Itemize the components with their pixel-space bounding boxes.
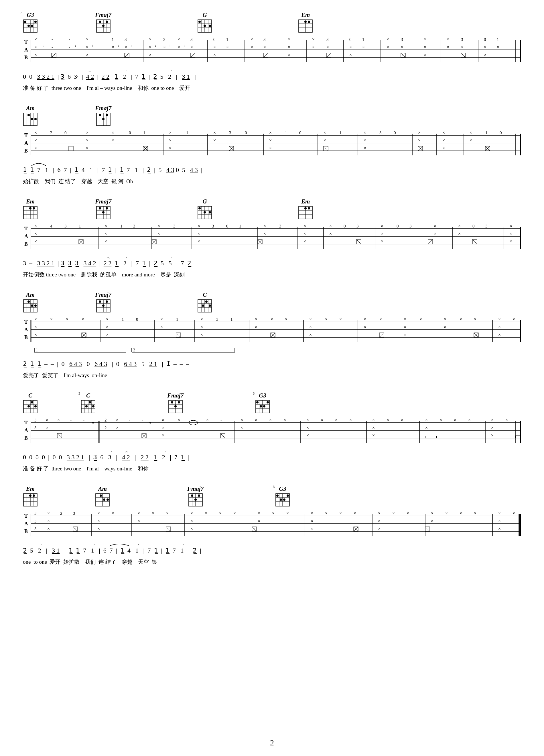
svg-point-364 bbox=[31, 304, 33, 307]
svg-text:×: × bbox=[137, 511, 140, 516]
svg-text:×: × bbox=[269, 130, 272, 135]
svg-text:×: × bbox=[454, 417, 456, 422]
svg-text:×: × bbox=[431, 518, 434, 523]
svg-text:↑: ↑ bbox=[60, 43, 62, 48]
svg-text:0: 0 bbox=[245, 130, 247, 135]
svg-text:↓: ↓ bbox=[183, 43, 185, 48]
svg-text:×: × bbox=[240, 425, 243, 430]
svg-text:3: 3 bbox=[401, 37, 403, 42]
svg-text:×: × bbox=[200, 324, 203, 329]
svg-text:×: × bbox=[104, 223, 107, 228]
svg-text:A: A bbox=[24, 327, 28, 333]
svg-text:×: × bbox=[46, 417, 48, 422]
svg-text:×: × bbox=[321, 417, 323, 422]
svg-text:×: × bbox=[404, 332, 406, 337]
svg-text:×: × bbox=[197, 231, 200, 236]
svg-text:×: × bbox=[407, 511, 409, 516]
svg-text:×: × bbox=[112, 138, 114, 143]
svg-text:×: × bbox=[349, 45, 352, 50]
svg-point-500 bbox=[256, 401, 258, 403]
svg-text:1: 1 bbox=[143, 130, 145, 135]
svg-text:3: 3 bbox=[263, 37, 266, 42]
notation-6: 2̲ 5 2· | 3 1 | 1̲ 1̲ 7 1· | 6 7 | 1̲ 4 … bbox=[23, 543, 521, 558]
svg-text:×: × bbox=[434, 223, 436, 228]
svg-text:×: × bbox=[349, 52, 352, 57]
svg-text:0: 0 bbox=[500, 130, 502, 135]
svg-point-16 bbox=[99, 21, 101, 23]
svg-text:×: × bbox=[425, 425, 428, 430]
svg-text:×: × bbox=[498, 332, 501, 337]
svg-text:×: × bbox=[387, 417, 389, 422]
svg-text:×: × bbox=[307, 425, 309, 430]
svg-text:×: × bbox=[447, 45, 449, 50]
svg-text:×: × bbox=[34, 324, 37, 329]
notation-4: 2̲ 1̲ 1̲ – – | 0 6 4 3 0 6 4 3 | 0 6 4 3… bbox=[23, 356, 521, 372]
svg-text:×: × bbox=[213, 45, 216, 50]
svg-text:×: × bbox=[86, 138, 88, 143]
svg-text:×: × bbox=[34, 138, 37, 143]
svg-text:×: × bbox=[106, 317, 108, 322]
svg-text:×: × bbox=[307, 433, 309, 438]
chord-row-1: 3 G3 Fmaj7 bbox=[23, 11, 521, 33]
svg-point-266 bbox=[198, 207, 201, 209]
svg-text:0: 0 bbox=[129, 130, 131, 135]
svg-text:×: × bbox=[263, 223, 266, 228]
page: 3 G3 Fmaj7 bbox=[0, 0, 544, 756]
svg-text:×: × bbox=[152, 511, 154, 516]
svg-text:×: × bbox=[177, 45, 180, 50]
svg-text:×: × bbox=[362, 45, 365, 50]
chord-am-3: Am bbox=[95, 485, 110, 507]
svg-text:×: × bbox=[162, 425, 164, 430]
svg-point-591 bbox=[33, 494, 35, 497]
svg-point-493 bbox=[178, 401, 180, 403]
svg-point-268 bbox=[209, 211, 211, 213]
svg-text:×: × bbox=[263, 45, 266, 50]
svg-point-524 bbox=[149, 422, 151, 423]
svg-text:×: × bbox=[163, 45, 166, 50]
svg-text:×: × bbox=[284, 417, 286, 422]
svg-text:×: × bbox=[442, 146, 445, 151]
svg-text:×: × bbox=[149, 37, 151, 42]
svg-text:0: 0 bbox=[344, 224, 346, 228]
svg-point-17 bbox=[102, 25, 104, 27]
svg-text:×: × bbox=[169, 146, 171, 151]
svg-point-250 bbox=[33, 207, 35, 209]
svg-text:×: × bbox=[444, 317, 446, 322]
svg-point-608 bbox=[194, 498, 197, 501]
chord-fmaj7-3: Fmaj7 bbox=[95, 198, 111, 219]
svg-point-365 bbox=[34, 304, 37, 307]
svg-text:×: × bbox=[309, 317, 312, 322]
svg-text:1: 1 bbox=[120, 224, 122, 228]
svg-point-259 bbox=[106, 207, 108, 209]
svg-text:×: × bbox=[339, 317, 342, 322]
svg-text:×: × bbox=[255, 317, 257, 322]
svg-text:×: × bbox=[513, 511, 515, 516]
svg-point-155 bbox=[34, 118, 37, 120]
svg-point-153 bbox=[27, 114, 30, 116]
svg-point-619 bbox=[287, 494, 289, 497]
svg-text:×: × bbox=[169, 130, 171, 135]
chord-g3-2: 3 G3 bbox=[255, 392, 270, 413]
svg-text:3: 3 bbox=[163, 37, 165, 42]
svg-point-599 bbox=[103, 498, 105, 501]
lyrics-3: 开始倒数 three two one 删除我 的孤单 more and more… bbox=[23, 271, 521, 278]
svg-text:×: × bbox=[106, 332, 108, 337]
svg-text:×: × bbox=[269, 417, 272, 422]
svg-text:0: 0 bbox=[213, 37, 215, 42]
svg-text:×: × bbox=[364, 324, 366, 329]
svg-text:×: × bbox=[106, 324, 108, 329]
svg-point-617 bbox=[280, 498, 282, 501]
svg-text:×: × bbox=[324, 138, 326, 143]
svg-text:1: 1 bbox=[285, 130, 287, 135]
svg-point-35 bbox=[308, 21, 310, 23]
svg-text:×: × bbox=[34, 317, 37, 322]
chord-em-4: Em bbox=[23, 485, 38, 507]
svg-text:-: - bbox=[69, 37, 70, 42]
svg-text:2: 2 bbox=[104, 426, 107, 430]
svg-text:×: × bbox=[162, 417, 164, 422]
svg-text:1: 1 bbox=[36, 348, 38, 352]
svg-text:×: × bbox=[213, 52, 216, 57]
notation-5: 0 0 0 0 | 0 0 3 3 2 1 | 3̲ 6 3· | ⌢ 4 2 … bbox=[23, 449, 521, 465]
svg-text:×: × bbox=[364, 138, 366, 143]
svg-text:0: 0 bbox=[484, 37, 486, 42]
